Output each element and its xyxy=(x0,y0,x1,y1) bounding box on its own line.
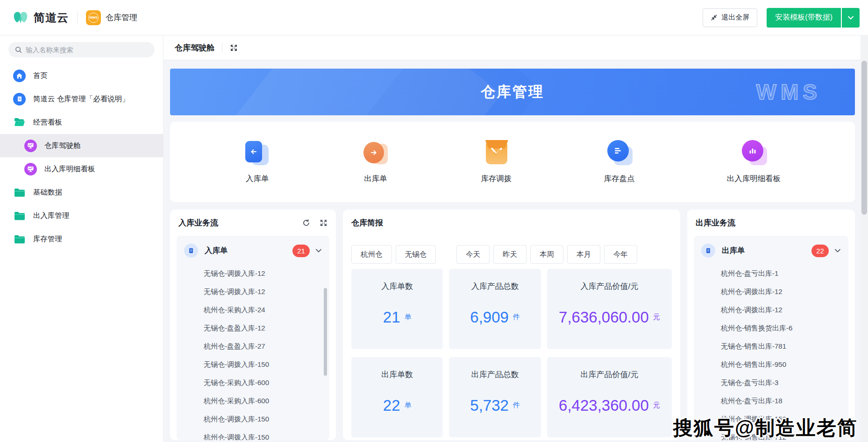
refresh-icon[interactable] xyxy=(302,219,310,227)
list-item[interactable]: 无锡仓-调拨入库-150 xyxy=(177,356,329,374)
exit-fullscreen-button[interactable]: 退出全屏 xyxy=(703,8,757,27)
inbound-group-row[interactable]: 入库单 21 xyxy=(177,236,329,262)
install-template-button[interactable]: 安装模板(带数据) xyxy=(767,8,841,28)
detail-board-icon xyxy=(741,140,767,166)
list-item[interactable]: 无锡仓-采购入库-600 xyxy=(177,374,329,392)
list-item[interactable]: 杭州仓-销售出库-950 xyxy=(694,356,848,374)
inbound-items-list: 无锡仓-调拨入库-12 无锡仓-调拨入库-12 杭州仓-采购入库-24 无锡仓-… xyxy=(177,262,329,440)
banner-title: 仓库管理 xyxy=(481,82,544,102)
filter-time-yesterday[interactable]: 昨天 xyxy=(493,245,526,264)
stat-outbound-product-total: 出库产品总数 5,732件 xyxy=(449,357,541,437)
stat-label: 入库产品总数 xyxy=(471,281,519,292)
list-item[interactable]: 杭州仓-盘亏出库-1 xyxy=(694,265,848,283)
list-item[interactable]: 无锡仓-盘盈入库-12 xyxy=(177,319,329,337)
list-item[interactable]: 无锡仓-盘亏出库-3 xyxy=(694,374,848,392)
dashboard-content: 仓库管理 WMS 入库单 xyxy=(164,60,868,442)
quick-link-outbound-order[interactable]: 出库单 xyxy=(363,140,389,184)
sidebar-item-warehouse-cockpit[interactable]: 仓库驾驶舱 xyxy=(0,134,163,157)
quick-link-inbound-order[interactable]: 入库单 xyxy=(244,140,270,184)
sidebar-item-label: 简道云 仓库管理「必看说明」 xyxy=(33,94,129,104)
stat-unit: 元 xyxy=(653,401,660,410)
list-item[interactable]: 杭州仓-盘亏出库-18 xyxy=(694,392,848,410)
dashboard-banner: 仓库管理 WMS xyxy=(170,69,855,115)
sidebar-search[interactable] xyxy=(8,42,155,57)
sidebar-item-inout-management[interactable]: 出入库管理 xyxy=(0,204,163,227)
install-template-dropdown-button[interactable] xyxy=(842,8,860,28)
sidebar-item-inout-detail-board[interactable]: 出入库明细看板 xyxy=(0,157,163,181)
list-item[interactable]: 杭州仓-调拨出库-12 xyxy=(694,283,848,301)
list-item[interactable]: 无锡仓-调拨入库-12 xyxy=(177,283,329,301)
sidebar-item-label: 仓库驾驶舱 xyxy=(44,141,81,151)
stat-label: 入库产品价值/元 xyxy=(581,281,639,292)
list-item[interactable]: 杭州仓-调拨入库-150 xyxy=(177,410,329,428)
topbar: 简道云 WMS 仓库管理 退出全屏 安装模板(带数据) xyxy=(0,0,868,35)
fullscreen-expand-icon[interactable] xyxy=(230,44,238,52)
inbound-list-scrollbar[interactable] xyxy=(324,288,327,376)
list-item[interactable]: 杭州仓-销售换货出库-6 xyxy=(694,319,848,337)
quick-link-stock-transfer[interactable]: 库存调拨 xyxy=(481,140,512,184)
inbound-flow-panel: 入库业务流 xyxy=(170,210,336,440)
outbound-count-badge: 22 xyxy=(811,245,829,257)
filter-warehouse-hangzhou[interactable]: 杭州仓 xyxy=(351,245,392,264)
folder-icon xyxy=(13,188,26,197)
quick-link-detail-board[interactable]: 出入库明细看板 xyxy=(727,140,781,184)
topbar-divider xyxy=(77,12,78,24)
wms-app-window: 简道云 WMS 仓库管理 退出全屏 安装模板(带数据) xyxy=(0,0,868,442)
quick-link-label: 出库单 xyxy=(364,174,387,184)
stat-unit: 件 xyxy=(513,401,520,410)
sidebar-nav: 首页 简道云 仓库管理「必看说明」 经营看板 xyxy=(0,64,163,251)
list-item[interactable]: 无锡仓-销售出库-781 xyxy=(694,337,848,356)
stat-label: 出库产品价值/元 xyxy=(581,369,639,380)
sidebar-item-inventory-management[interactable]: 库存管理 xyxy=(0,227,163,251)
stat-outbound-order-count: 出库单数 22单 xyxy=(351,357,443,437)
filter-time-this-year[interactable]: 今年 xyxy=(604,245,637,264)
order-doc-icon xyxy=(701,244,715,258)
app-name: 仓库管理 xyxy=(106,12,137,23)
stat-unit: 单 xyxy=(405,313,412,322)
list-item[interactable]: 杭州仓-调拨出库-12 xyxy=(694,301,848,319)
stat-inbound-product-value: 入库产品价值/元 7,636,060.00元 xyxy=(547,269,672,349)
sidebar-item-business-boards[interactable]: 经营看板 xyxy=(0,111,163,134)
stock-transfer-icon xyxy=(483,140,509,166)
dashboard-icon xyxy=(24,140,37,152)
chevron-down-icon[interactable] xyxy=(315,248,322,253)
expand-icon[interactable] xyxy=(320,219,327,227)
stat-value: 7,636,060.00 xyxy=(559,309,649,326)
filter-time-this-month[interactable]: 本月 xyxy=(567,245,600,264)
filter-time-this-week[interactable]: 本周 xyxy=(530,245,563,264)
sidebar-item-readme[interactable]: 简道云 仓库管理「必看说明」 xyxy=(0,87,163,111)
home-icon xyxy=(13,70,26,82)
inbound-count-badge: 21 xyxy=(292,245,310,257)
list-item[interactable]: 杭州仓-调拨入库-150 xyxy=(177,428,329,440)
summary-panel-title: 仓库简报 xyxy=(351,217,383,228)
inbound-flow-list-card: 入库单 21 无锡仓-调拨入库-12 无锡仓-调拨入库-12 杭州仓-采购入库-… xyxy=(177,236,329,440)
outbound-items-list: 杭州仓-盘亏出库-1 杭州仓-调拨出库-12 杭州仓-调拨出库-12 杭州仓-销… xyxy=(694,262,848,440)
chevron-down-icon[interactable] xyxy=(834,248,841,253)
stat-unit: 元 xyxy=(653,313,660,322)
list-item[interactable]: 杭州仓-调拨出库-150 xyxy=(694,410,848,428)
quick-link-label: 出入库明细看板 xyxy=(727,174,781,184)
page-scrollbar-thumb[interactable] xyxy=(861,61,867,215)
sidebar-item-home[interactable]: 首页 xyxy=(0,64,163,87)
list-item[interactable]: 杭州仓-盘盈入库-27 xyxy=(177,337,329,356)
tab-warehouse-cockpit[interactable]: 仓库驾驶舱 xyxy=(175,42,214,53)
quick-link-stock-count[interactable]: 库存盘点 xyxy=(604,140,635,184)
outbound-group-row[interactable]: 出库单 22 xyxy=(694,236,848,262)
stat-value: 6,423,360.00 xyxy=(559,397,649,414)
list-item[interactable]: 杭州仓-采购入库-24 xyxy=(177,301,329,319)
stat-label: 出库产品总数 xyxy=(471,369,519,380)
filter-warehouse-wuxi[interactable]: 无锡仓 xyxy=(396,245,436,264)
list-item[interactable]: 无锡仓-销售出库-712 xyxy=(694,428,848,440)
filter-time-today[interactable]: 今天 xyxy=(456,245,490,264)
page-scrollbar[interactable] xyxy=(861,35,868,442)
folder-open-icon xyxy=(13,118,26,127)
stat-value: 22 xyxy=(383,397,400,414)
inbound-group-label: 入库单 xyxy=(205,246,228,256)
sidebar-item-base-data[interactable]: 基础数据 xyxy=(0,181,163,204)
jiandaoyun-logo[interactable]: 简道云 xyxy=(12,10,69,25)
search-input[interactable] xyxy=(26,46,148,54)
list-item[interactable]: 无锡仓-调拨入库-12 xyxy=(177,265,329,283)
stock-count-icon xyxy=(606,140,633,166)
list-item[interactable]: 杭州仓-采购入库-600 xyxy=(177,392,329,410)
dashboard-icon xyxy=(24,163,37,175)
